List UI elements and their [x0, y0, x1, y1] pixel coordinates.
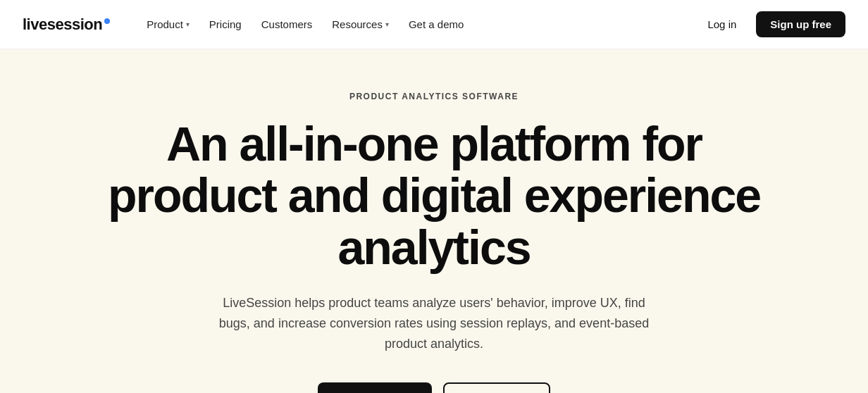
nav-item-customers[interactable]: Customers [253, 13, 321, 36]
nav-customers-label: Customers [261, 18, 313, 30]
chevron-down-icon: ▾ [186, 20, 190, 28]
hero-buttons: Sign up free View demo [318, 382, 551, 393]
logo[interactable]: livesession [23, 15, 110, 34]
nav-item-product[interactable]: Product ▾ [138, 13, 198, 36]
nav-right: Log in Sign up free [699, 11, 845, 37]
hero-section: PRODUCT ANALYTICS SOFTWARE An all-in-one… [0, 49, 868, 393]
nav-item-get-demo[interactable]: Get a demo [400, 13, 472, 36]
hero-title-highlight: all-in-one [239, 118, 438, 170]
hero-title: An all-in-one platform for product and d… [82, 118, 786, 273]
logo-dot [104, 18, 110, 24]
nav-pricing-label: Pricing [209, 18, 242, 30]
hero-eyebrow: PRODUCT ANALYTICS SOFTWARE [349, 92, 519, 101]
signup-button-nav[interactable]: Sign up free [756, 11, 845, 37]
hero-subtitle: LiveSession helps product teams analyze … [216, 293, 652, 354]
nav-links: Product ▾ Pricing Customers Resources ▾ … [138, 13, 472, 36]
nav-item-resources[interactable]: Resources ▾ [323, 13, 397, 36]
login-button[interactable]: Log in [699, 13, 745, 36]
nav-item-pricing[interactable]: Pricing [201, 13, 250, 36]
chevron-down-icon-2: ▾ [385, 20, 389, 28]
nav-resources-label: Resources [332, 18, 383, 30]
hero-title-before: An [166, 117, 240, 170]
signup-button-hero[interactable]: Sign up free [318, 382, 432, 393]
nav-get-demo-label: Get a demo [409, 18, 464, 30]
view-demo-button[interactable]: View demo [443, 382, 551, 393]
logo-text: livesession [23, 15, 102, 34]
navbar: livesession Product ▾ Pricing Customers … [0, 0, 868, 49]
nav-product-label: Product [147, 18, 183, 30]
nav-left: livesession Product ▾ Pricing Customers … [23, 13, 472, 36]
